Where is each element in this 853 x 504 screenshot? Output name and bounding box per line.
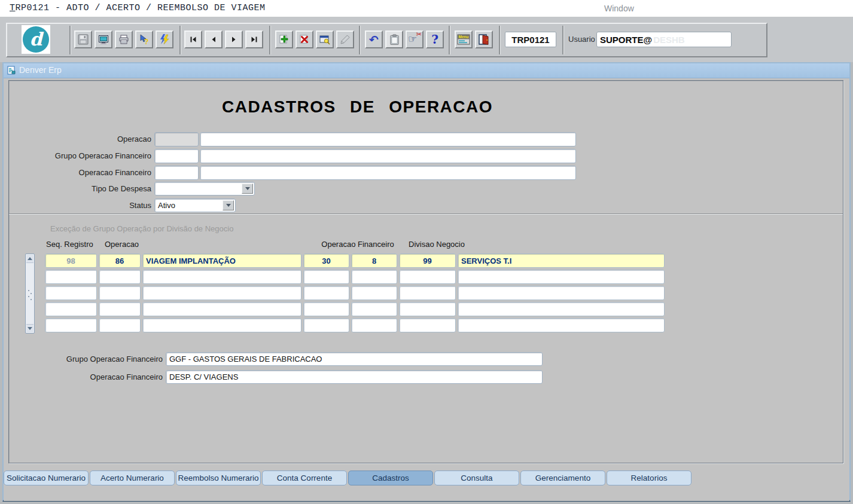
grid-cell[interactable] bbox=[303, 318, 349, 332]
tab-acerto-numerario[interactable]: Acerto Numerario bbox=[90, 471, 175, 485]
grid-row bbox=[45, 318, 665, 332]
operacao-desc-field[interactable] bbox=[200, 132, 576, 146]
first-record-button[interactable] bbox=[184, 30, 202, 48]
detail-operacao-financeiro-field[interactable]: DESP. C/ VIAGENS bbox=[166, 370, 543, 384]
paste-button[interactable] bbox=[385, 30, 403, 48]
tab-conta-corrente[interactable]: Conta Corrente bbox=[262, 471, 347, 485]
scrollbar-track[interactable] bbox=[28, 289, 32, 302]
title-underlined-letter: T bbox=[10, 3, 16, 13]
grid-cell[interactable] bbox=[351, 318, 397, 332]
help-button[interactable]: ? bbox=[426, 30, 444, 48]
save-button[interactable] bbox=[74, 30, 92, 48]
delete-record-button[interactable] bbox=[295, 30, 313, 48]
status-select[interactable]: Ativo bbox=[154, 198, 236, 212]
grid-cell[interactable] bbox=[458, 302, 665, 316]
user-ghost-text: DESHB bbox=[653, 35, 685, 45]
grid-cell[interactable]: 86 bbox=[99, 253, 141, 268]
grupo-operacao-financeiro-desc-field[interactable] bbox=[200, 149, 576, 163]
tab-reembolso-numerario[interactable]: Reembolso Numerario bbox=[176, 471, 261, 485]
menu-button[interactable]: Menu bbox=[455, 30, 473, 48]
cancel-query-button[interactable] bbox=[336, 30, 354, 48]
grid-cell[interactable] bbox=[458, 286, 665, 300]
undo-button[interactable]: ↶ bbox=[365, 30, 383, 48]
save-icon bbox=[78, 34, 89, 45]
column-header-operacao-financeiro: Operacao Financeiro bbox=[320, 240, 395, 249]
enter-query-button[interactable] bbox=[316, 30, 334, 48]
print-button[interactable] bbox=[115, 30, 133, 48]
toolbar-separator bbox=[179, 26, 181, 54]
grid-cell[interactable]: 8 bbox=[351, 253, 397, 268]
grid-cell[interactable] bbox=[399, 318, 456, 332]
operacao-label: Operacao bbox=[9, 132, 151, 146]
grid-cell[interactable]: 99 bbox=[399, 253, 456, 268]
grid-cell[interactable] bbox=[399, 286, 456, 300]
module-code-field[interactable]: TRP0121 bbox=[505, 32, 556, 47]
grid-cell[interactable] bbox=[99, 302, 141, 316]
grid-cell[interactable] bbox=[142, 302, 301, 316]
insert-record-button[interactable] bbox=[275, 30, 293, 48]
previous-record-button[interactable] bbox=[205, 30, 223, 48]
print-preview-button[interactable] bbox=[95, 30, 112, 48]
dropdown-button[interactable] bbox=[242, 184, 253, 194]
exit-button[interactable] bbox=[475, 30, 493, 48]
grid-cell[interactable] bbox=[303, 302, 349, 316]
tab-relatorios[interactable]: Relatorios bbox=[607, 471, 691, 485]
operacao-code-field[interactable] bbox=[154, 132, 199, 146]
mdi-window-titlebar[interactable]: Denver Erp bbox=[4, 63, 849, 78]
grid-cell[interactable] bbox=[351, 302, 397, 316]
grid-cell[interactable] bbox=[142, 318, 301, 332]
grid-cell[interactable]: SERVIÇOS T.I bbox=[458, 253, 665, 268]
window-content: CADASTROS DE OPERACAO Operacao Grupo Ope… bbox=[4, 78, 849, 501]
grid-cell[interactable] bbox=[45, 286, 97, 300]
menu-item-window[interactable]: Window bbox=[604, 4, 634, 13]
grid-cell[interactable] bbox=[399, 270, 456, 284]
what-is-help-button[interactable]: ? bbox=[135, 30, 153, 48]
grid-cell[interactable] bbox=[399, 302, 456, 316]
section-divider bbox=[9, 213, 843, 215]
status-label: Status bbox=[9, 198, 151, 212]
grid-cell[interactable] bbox=[45, 318, 97, 332]
chevron-down-icon bbox=[245, 187, 250, 190]
grid-cell[interactable] bbox=[45, 270, 97, 284]
operacao-financeiro-desc-field[interactable] bbox=[200, 166, 576, 180]
grid-cell[interactable]: VIAGEM IMPLANTAÇÃO bbox=[142, 253, 301, 268]
detail-grupo-operacao-financeiro-field[interactable]: GGF - GASTOS GERAIS DE FABRICACAO bbox=[166, 352, 543, 366]
tab-cadastros[interactable]: Cadastros bbox=[348, 471, 433, 485]
grid-cell[interactable] bbox=[458, 270, 665, 284]
grid-cell[interactable] bbox=[303, 286, 349, 300]
grid-cell[interactable]: 30 bbox=[303, 253, 349, 268]
next-record-icon bbox=[230, 35, 238, 44]
grid-cell[interactable]: 98 bbox=[45, 253, 97, 268]
cut-hand-icon: ☞ ✂ bbox=[408, 33, 421, 46]
last-record-button[interactable] bbox=[245, 30, 263, 48]
scroll-down-button[interactable] bbox=[26, 324, 33, 332]
grid-cell[interactable] bbox=[99, 270, 141, 284]
grupo-operacao-financeiro-code-field[interactable] bbox=[154, 149, 199, 163]
grid-cell[interactable] bbox=[351, 270, 397, 284]
dropdown-button[interactable] bbox=[223, 200, 234, 210]
execute-button[interactable] bbox=[156, 30, 173, 48]
grid-scrollbar[interactable] bbox=[25, 253, 35, 334]
tipo-de-despesa-select[interactable] bbox=[154, 182, 255, 196]
tab-consulta[interactable]: Consulta bbox=[434, 471, 519, 485]
grid-cell[interactable] bbox=[458, 318, 665, 332]
tab-solicitacao-numerario[interactable]: Solicitacao Numerario bbox=[4, 471, 89, 485]
grid-cell[interactable] bbox=[45, 302, 97, 316]
scroll-up-button[interactable] bbox=[26, 255, 33, 263]
grid-row: 9886VIAGEM IMPLANTAÇÃO30899SERVIÇOS T.I bbox=[45, 253, 665, 268]
user-field[interactable]: SUPORTE@ DESHB bbox=[596, 32, 732, 47]
operacao-financeiro-code-field[interactable] bbox=[154, 166, 199, 180]
grid-cell[interactable] bbox=[99, 318, 141, 332]
grid-cell[interactable] bbox=[142, 270, 301, 284]
operacao-financeiro-label: Operacao Financeiro bbox=[9, 166, 151, 180]
toolbar-zone: d ? bbox=[0, 17, 853, 62]
grid-cell[interactable] bbox=[142, 286, 301, 300]
cut-button[interactable]: ☞ ✂ bbox=[406, 30, 424, 48]
arrow-up-icon bbox=[28, 257, 32, 260]
grid-cell[interactable] bbox=[99, 286, 141, 300]
grid-cell[interactable] bbox=[303, 270, 349, 284]
svg-text:?: ? bbox=[144, 38, 148, 45]
grid-cell[interactable] bbox=[351, 286, 397, 300]
next-record-button[interactable] bbox=[225, 30, 243, 48]
tab-gerenciamento[interactable]: Gerenciamento bbox=[520, 471, 605, 485]
